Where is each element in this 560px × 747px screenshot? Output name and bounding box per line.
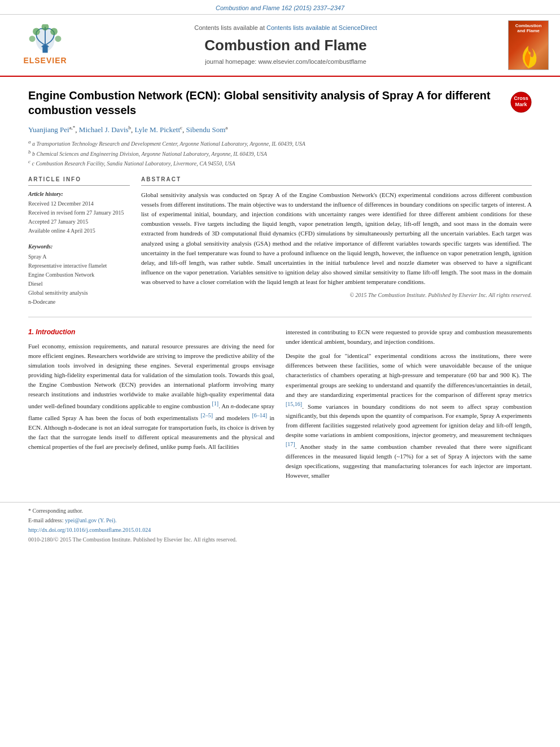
author-pickett[interactable]: Lyle M. Pickett bbox=[135, 125, 181, 134]
received-date: Received 12 December 2014 bbox=[28, 200, 130, 208]
keyword-1: Spray A bbox=[28, 252, 130, 261]
keywords-list: Spray A Representative interactive flame… bbox=[28, 252, 130, 307]
ref-15-16[interactable]: [15,16] bbox=[286, 401, 302, 407]
section-1-heading: 1. Introduction bbox=[28, 327, 274, 337]
main-left-column: 1. Introduction Fuel economy, emission r… bbox=[28, 327, 274, 485]
ref-2-5[interactable]: [2–5] bbox=[200, 412, 213, 418]
email-address[interactable]: ypei@anl.gov (Y. Pei). bbox=[65, 517, 117, 523]
section-1-right-text-1: interested in contributing to ECN were r… bbox=[286, 327, 532, 347]
affiliation-a: a a Transportation Technology Research a… bbox=[28, 138, 532, 148]
journal-reference: Combustion and Flame 162 (2015) 2337–234… bbox=[216, 5, 344, 11]
svg-text:Mark: Mark bbox=[515, 102, 527, 107]
journal-header-center: Contents lists available at Contents lis… bbox=[79, 24, 492, 66]
keyword-2: Representative interactive flamelet bbox=[28, 261, 130, 270]
authors-line: Yuanjiang Peia,*, Michael J. Davisb, Lyl… bbox=[28, 124, 532, 136]
affiliation-b: b b Chemical Sciences and Engineering Di… bbox=[28, 148, 532, 158]
sciencedirect-link[interactable]: Contents lists available at ScienceDirec… bbox=[266, 24, 377, 31]
cover-title: Combustion and Flame bbox=[511, 23, 546, 34]
page-wrapper: Combustion and Flame 162 (2015) 2337–234… bbox=[0, 0, 560, 548]
affiliation-c: c c Combustion Research Facility, Sandia… bbox=[28, 158, 532, 168]
journal-header: ELSEVIER Contents lists available at Con… bbox=[0, 15, 560, 77]
elsevier-wordmark: ELSEVIER bbox=[23, 55, 67, 67]
elsevier-logo: ELSEVIER bbox=[11, 24, 79, 67]
author-davis[interactable]: Michael J. Davis bbox=[79, 125, 129, 134]
elsevier-tree-icon bbox=[25, 24, 65, 55]
page-footer: * Corresponding author. E-mail address: … bbox=[0, 502, 560, 548]
ref-6-14[interactable]: [6–14] bbox=[252, 412, 267, 418]
available-online-date: Available online 4 April 2015 bbox=[28, 227, 130, 235]
email-line: E-mail address: ypei@anl.gov (Y. Pei). bbox=[28, 517, 532, 525]
author-som[interactable]: Sibendu Som bbox=[186, 125, 226, 134]
article-history-label: Article history: bbox=[28, 190, 130, 198]
article-info-column: ARTICLE INFO Article history: Received 1… bbox=[28, 176, 130, 307]
svg-point-6 bbox=[55, 36, 61, 42]
journal-homepage: journal homepage: www.elsevier.com/locat… bbox=[79, 58, 492, 66]
keyword-6: n-Dodecane bbox=[28, 298, 130, 307]
copyright-line: © 2015 The Combustion Institute. Publish… bbox=[141, 291, 532, 299]
article-title: Engine Combustion Network (ECN): Global … bbox=[28, 88, 532, 117]
elsevier-logo-area: ELSEVIER bbox=[11, 24, 79, 67]
issn-line: 0010-2180/© 2015 The Combustion Institut… bbox=[28, 536, 532, 544]
article-info-abstract: ARTICLE INFO Article history: Received 1… bbox=[28, 176, 532, 307]
section-1-left-text: Fuel economy, emission requirements, and… bbox=[28, 342, 274, 452]
doi-link[interactable]: http://dx.doi.org/10.1016/j.combustflame… bbox=[28, 526, 532, 534]
svg-point-5 bbox=[29, 36, 36, 42]
crossmark-icon: Cross Mark bbox=[510, 91, 532, 113]
main-right-column: interested in contributing to ECN were r… bbox=[286, 327, 532, 485]
cover-flame-icon bbox=[517, 41, 540, 69]
article-info-title: ARTICLE INFO bbox=[28, 176, 130, 186]
section-1-right-text-2: Despite the goal for "identical" experim… bbox=[286, 351, 532, 480]
article-content: Cross Mark Engine Combustion Network (EC… bbox=[0, 77, 560, 497]
svg-text:Cross: Cross bbox=[514, 95, 528, 101]
svg-rect-7 bbox=[42, 46, 49, 47]
author-pei[interactable]: Yuanjiang Pei bbox=[28, 125, 69, 134]
abstract-title: ABSTRACT bbox=[141, 176, 532, 186]
affiliations: a a Transportation Technology Research a… bbox=[28, 138, 532, 168]
svg-point-3 bbox=[50, 28, 58, 35]
crossmark-badge[interactable]: Cross Mark bbox=[510, 91, 532, 116]
main-body: 1. Introduction Fuel economy, emission r… bbox=[28, 327, 532, 485]
corresponding-note: * Corresponding author. bbox=[28, 507, 532, 515]
keywords-label: Keywords: bbox=[28, 243, 130, 251]
revised-date: Received in revised form 27 January 2015 bbox=[28, 209, 130, 217]
journal-cover-area: Combustion and Flame bbox=[492, 20, 549, 70]
journal-title: Combustion and Flame bbox=[79, 35, 492, 55]
journal-cover-image: Combustion and Flame bbox=[508, 20, 549, 70]
contents-line: Contents lists available at Contents lis… bbox=[79, 24, 492, 32]
section-divider bbox=[28, 317, 532, 317]
accepted-date: Accepted 27 January 2015 bbox=[28, 218, 130, 226]
keyword-3: Engine Combustion Network bbox=[28, 270, 130, 279]
keyword-5: Global sensitivity analysis bbox=[28, 289, 130, 298]
abstract-text: Global sensitivity analysis was conducte… bbox=[141, 190, 532, 286]
keyword-4: Diesel bbox=[28, 279, 130, 289]
abstract-column: ABSTRACT Global sensitivity analysis was… bbox=[141, 176, 532, 307]
top-bar: Combustion and Flame 162 (2015) 2337–234… bbox=[0, 0, 560, 15]
ref-17[interactable]: [17] bbox=[286, 441, 295, 447]
svg-point-2 bbox=[33, 28, 40, 35]
ref-1[interactable]: [1] bbox=[212, 400, 219, 407]
